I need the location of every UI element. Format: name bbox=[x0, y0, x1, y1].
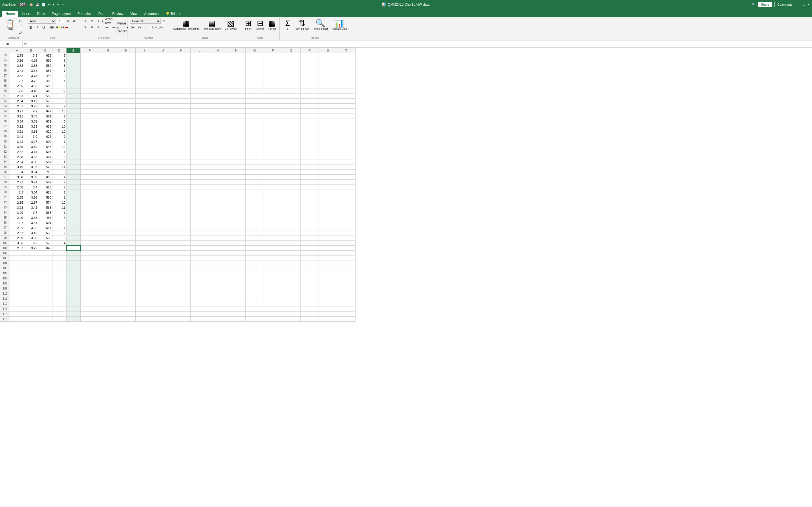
empty-cell[interactable] bbox=[99, 180, 117, 185]
empty-cell[interactable] bbox=[246, 240, 264, 245]
empty-cell[interactable] bbox=[319, 301, 337, 306]
empty-cell[interactable] bbox=[191, 73, 209, 78]
empty-cell[interactable] bbox=[191, 149, 209, 154]
empty-cell[interactable] bbox=[301, 63, 319, 68]
empty-cell[interactable] bbox=[117, 271, 136, 276]
cell-E73[interactable] bbox=[66, 104, 81, 109]
empty-cell[interactable] bbox=[209, 89, 227, 94]
cell-D102[interactable] bbox=[52, 251, 66, 256]
cell-D107[interactable] bbox=[52, 276, 66, 281]
empty-cell[interactable] bbox=[227, 180, 246, 185]
empty-cell[interactable] bbox=[301, 281, 319, 286]
empty-cell[interactable] bbox=[117, 73, 136, 78]
empty-cell[interactable] bbox=[154, 53, 172, 58]
empty-cell[interactable] bbox=[81, 220, 99, 225]
cell-C113[interactable] bbox=[38, 306, 52, 312]
empty-cell[interactable] bbox=[319, 89, 337, 94]
empty-cell[interactable] bbox=[227, 306, 246, 312]
empty-cell[interactable] bbox=[227, 94, 246, 99]
empty-cell[interactable] bbox=[301, 73, 319, 78]
empty-cell[interactable] bbox=[282, 58, 301, 63]
empty-cell[interactable] bbox=[337, 240, 356, 245]
cell-C93[interactable]: 566 bbox=[38, 205, 52, 210]
empty-cell[interactable] bbox=[227, 144, 246, 149]
empty-cell[interactable] bbox=[319, 154, 337, 159]
empty-cell[interactable] bbox=[337, 312, 356, 317]
cut-button[interactable]: ✂ bbox=[17, 18, 23, 24]
cell-A95[interactable]: 2.09 bbox=[10, 215, 24, 220]
empty-cell[interactable] bbox=[81, 114, 99, 119]
cell-D89[interactable]: 7 bbox=[52, 185, 66, 190]
empty-cell[interactable] bbox=[319, 215, 337, 220]
empty-cell[interactable] bbox=[191, 124, 209, 129]
empty-cell[interactable] bbox=[81, 180, 99, 185]
empty-cell[interactable] bbox=[337, 58, 356, 63]
empty-cell[interactable] bbox=[301, 99, 319, 104]
empty-cell[interactable] bbox=[99, 301, 117, 306]
empty-cell[interactable] bbox=[319, 195, 337, 200]
empty-cell[interactable] bbox=[264, 109, 282, 114]
empty-cell[interactable] bbox=[136, 159, 154, 165]
empty-cell[interactable] bbox=[136, 154, 154, 159]
tab-formulas[interactable]: Formulas bbox=[74, 11, 95, 17]
row-header[interactable]: 101 bbox=[0, 245, 10, 251]
cell-A82[interactable]: 2.32 bbox=[10, 149, 24, 154]
empty-cell[interactable] bbox=[99, 281, 117, 286]
cell-E105[interactable] bbox=[66, 266, 81, 271]
row-header[interactable]: 105 bbox=[0, 266, 10, 271]
empty-cell[interactable] bbox=[301, 251, 319, 256]
empty-cell[interactable] bbox=[81, 276, 99, 281]
empty-cell[interactable] bbox=[191, 296, 209, 301]
cell-D110[interactable] bbox=[52, 291, 66, 296]
empty-cell[interactable] bbox=[301, 296, 319, 301]
cell-C107[interactable] bbox=[38, 276, 52, 281]
row-header[interactable]: 63 bbox=[0, 53, 10, 58]
empty-cell[interactable] bbox=[337, 149, 356, 154]
row-header[interactable]: 95 bbox=[0, 215, 10, 220]
tab-insert[interactable]: Insert bbox=[18, 11, 34, 17]
empty-cell[interactable] bbox=[246, 129, 264, 134]
empty-cell[interactable] bbox=[154, 114, 172, 119]
empty-cell[interactable] bbox=[264, 63, 282, 68]
empty-cell[interactable] bbox=[117, 170, 136, 175]
cell-B88[interactable]: 3.91 bbox=[24, 180, 38, 185]
cell-A77[interactable]: 3.12 bbox=[10, 124, 24, 129]
empty-cell[interactable] bbox=[264, 281, 282, 286]
empty-cell[interactable] bbox=[227, 256, 246, 261]
cell-C90[interactable]: 618 bbox=[38, 190, 52, 195]
wrap-text-button[interactable]: ↵ Wrap Text bbox=[104, 18, 110, 24]
cell-C64[interactable]: 592 bbox=[38, 58, 52, 63]
empty-cell[interactable] bbox=[117, 144, 136, 149]
empty-cell[interactable] bbox=[172, 154, 191, 159]
empty-cell[interactable] bbox=[99, 245, 117, 251]
empty-cell[interactable] bbox=[227, 129, 246, 134]
cell-B83[interactable]: 3.63 bbox=[24, 154, 38, 159]
cell-D63[interactable]: 5 bbox=[52, 53, 66, 58]
home-icon[interactable]: 🏠 bbox=[29, 3, 33, 6]
empty-cell[interactable] bbox=[117, 251, 136, 256]
cell-A83[interactable]: 2.88 bbox=[10, 154, 24, 159]
empty-cell[interactable] bbox=[246, 220, 264, 225]
empty-cell[interactable] bbox=[319, 240, 337, 245]
empty-cell[interactable] bbox=[282, 73, 301, 78]
empty-cell[interactable] bbox=[209, 281, 227, 286]
empty-cell[interactable] bbox=[191, 53, 209, 58]
cell-A63[interactable]: 2.78 bbox=[10, 53, 24, 58]
col-header-K[interactable]: K bbox=[172, 48, 191, 53]
empty-cell[interactable] bbox=[117, 240, 136, 245]
empty-cell[interactable] bbox=[99, 170, 117, 175]
empty-cell[interactable] bbox=[282, 245, 301, 251]
cell-A79[interactable]: 3.41 bbox=[10, 134, 24, 139]
empty-cell[interactable] bbox=[154, 317, 172, 322]
cell-C83[interactable]: 464 bbox=[38, 154, 52, 159]
empty-cell[interactable] bbox=[136, 73, 154, 78]
empty-cell[interactable] bbox=[301, 170, 319, 175]
empty-cell[interactable] bbox=[227, 68, 246, 73]
empty-cell[interactable] bbox=[319, 144, 337, 149]
col-header-P[interactable]: P bbox=[264, 48, 282, 53]
cell-B79[interactable]: 3.9 bbox=[24, 134, 38, 139]
empty-cell[interactable] bbox=[136, 301, 154, 306]
empty-cell[interactable] bbox=[81, 306, 99, 312]
empty-cell[interactable] bbox=[227, 281, 246, 286]
cell-E66[interactable] bbox=[66, 68, 81, 73]
